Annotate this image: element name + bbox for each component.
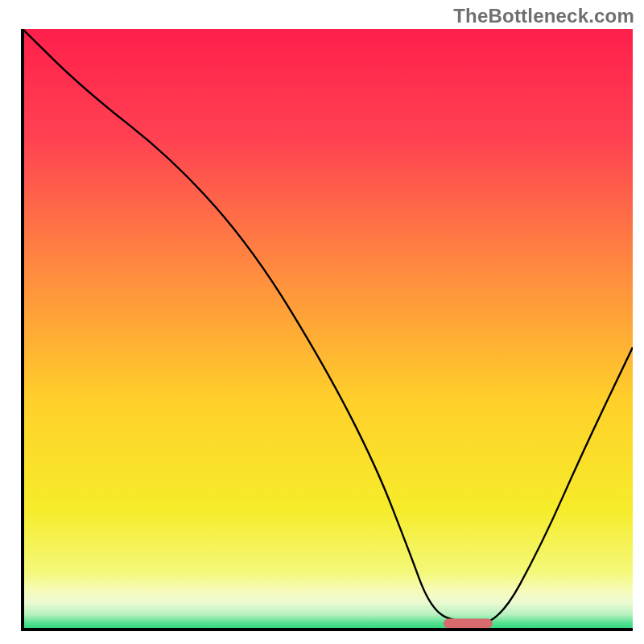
chart-frame: TheBottleneck.com: [0, 0, 644, 644]
bottleneck-chart: [13, 29, 633, 639]
watermark-text: TheBottleneck.com: [453, 5, 634, 27]
optimal-marker: [444, 619, 493, 629]
plot-background: [23, 29, 633, 630]
